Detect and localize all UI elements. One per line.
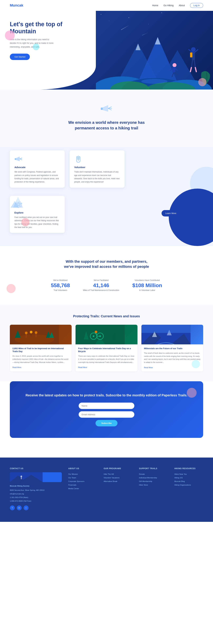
- svg-point-70: [20, 476, 22, 477]
- footer-social: f in t: [10, 506, 62, 510]
- footer-org-name: Muncak Hiking Society: [10, 484, 62, 488]
- footer-link-gift[interactable]: Gift Membership: [139, 480, 168, 483]
- decorative-blob-teal-news: [192, 360, 200, 368]
- news-content-1: Four Ways to Celebrate International Tra…: [75, 344, 137, 371]
- read-more-link-1[interactable]: Read More: [78, 366, 87, 368]
- news-grid: 2,802 Miles of Trail to be Improved on I…: [10, 325, 203, 372]
- footer-link-volunteer-vacations[interactable]: Volunteer Vacations: [104, 476, 132, 480]
- hero-illustration: [96, 11, 213, 90]
- svg-rect-30: [15, 158, 16, 160]
- get-started-button[interactable]: Get Started: [10, 54, 30, 60]
- svg-line-24: [172, 73, 174, 76]
- subscribe-wrapper: Receive the latest updates on how to pro…: [0, 381, 213, 458]
- footer-link-alternative-break[interactable]: Alternative Break: [104, 480, 132, 483]
- facebook-icon[interactable]: f: [10, 506, 15, 510]
- footer-email: info@muncak.org: [10, 492, 62, 496]
- footer-link-hike-hill[interactable]: Hike The Hill: [104, 472, 132, 476]
- news-image-1: [75, 325, 137, 344]
- svg-marker-35: [16, 197, 20, 202]
- decorative-blob-pink-stats: [6, 284, 15, 293]
- svg-point-54: [93, 335, 94, 337]
- footer-link-donate[interactable]: Donate: [139, 472, 168, 476]
- stat-item-contributed: Volunteers Have Contributed $108 Million…: [132, 279, 162, 292]
- email-input[interactable]: [79, 411, 134, 418]
- logo: Muncak: [10, 3, 23, 8]
- footer-link-team[interactable]: Our Team: [68, 476, 97, 480]
- footer-link-hikes-near[interactable]: Hikes Near You: [174, 472, 203, 476]
- footer-support-heading: Support Trails: [139, 468, 168, 470]
- mountain-icon-large: [10, 196, 26, 210]
- advocate-description: We work with Congress, Federal agencies,…: [14, 170, 60, 184]
- news-section: Protecting Trails: Current News and Issu…: [0, 304, 213, 381]
- footer-link-store[interactable]: Hiker Store: [139, 483, 168, 487]
- footer-resources-heading: Hiking Resources: [174, 468, 203, 470]
- stat-item-facilitated: We've Facilitated 41,146 Miles of Trail …: [83, 279, 119, 292]
- twitter-icon[interactable]: t: [23, 506, 28, 510]
- subscribe-button[interactable]: Subscribe: [96, 420, 118, 426]
- svg-rect-21: [172, 67, 175, 73]
- svg-line-16: [194, 60, 195, 68]
- news-headline-0: 2,802 Miles of Trail to be Improved on I…: [12, 347, 69, 353]
- svg-rect-26: [101, 108, 103, 110]
- nav-about[interactable]: About: [179, 4, 185, 7]
- stat-number-0: 558,768: [51, 282, 70, 288]
- stat-sublabel-1: Miles of Trail Maintenance & Constructio…: [83, 289, 119, 292]
- svg-point-10: [141, 79, 168, 84]
- stat-label-0: We've Mobilized: [51, 279, 70, 282]
- learn-more-button[interactable]: Learn More: [162, 210, 180, 216]
- footer-address: 8600 Second Ave, Silver Spring, MD 20910: [10, 488, 62, 492]
- name-input[interactable]: [79, 402, 134, 409]
- stats-section: With the support of our members, and par…: [0, 246, 213, 304]
- linkedin-icon[interactable]: in: [17, 506, 22, 510]
- news-headline-1: Four Ways to Celebrate International Tra…: [78, 347, 135, 353]
- svg-point-45: [35, 331, 37, 334]
- news-headline-2: Millennials are the Future of our Trails: [144, 347, 201, 350]
- footer-link-hiking-101[interactable]: Hiking 101: [174, 476, 203, 480]
- svg-line-19: [195, 68, 196, 72]
- svg-rect-46: [35, 334, 37, 337]
- footer-link-financials[interactable]: Financials: [68, 483, 97, 487]
- footer: Contact Us Muncak Hiking Society 8600 Se…: [0, 458, 213, 522]
- megaphone-icon-large: [10, 103, 203, 116]
- read-more-link-2[interactable]: Read More: [144, 366, 153, 368]
- decorative-blob-pink2: [198, 78, 207, 86]
- hiker-figure-standing: [187, 46, 200, 73]
- nav-home[interactable]: Home: [152, 4, 158, 7]
- navigation: Muncak Home Go Hiking About Log in: [0, 0, 213, 11]
- hiker-figure-sitting: [169, 63, 180, 80]
- news-title: Protecting Trails: Current News and Issu…: [10, 314, 203, 318]
- footer-link-blog[interactable]: Muncak Blog: [174, 480, 203, 483]
- hero-title: Let's get the top of Mountain: [10, 21, 86, 35]
- footer-programs: Our Programs Hike The Hill Volunteer Vac…: [104, 468, 132, 510]
- stats-title: With the support of our members, and par…: [64, 259, 149, 269]
- svg-line-22: [170, 68, 172, 71]
- advocate-title: Advocate: [14, 166, 60, 168]
- footer-link-organizations[interactable]: Hiking Organizations: [174, 483, 203, 487]
- footer-link-membership[interactable]: Individual Membership: [139, 476, 168, 480]
- footer-link-media[interactable]: Media Center: [68, 487, 97, 490]
- nav-go-hiking[interactable]: Go Hiking: [164, 4, 174, 7]
- decorative-blob-pink-cards: [21, 218, 29, 226]
- read-more-link-0[interactable]: Read More: [12, 366, 21, 368]
- mission-section: We envision a world where everyone has p…: [0, 90, 213, 147]
- subscribe-title: Receive the latest updates on how to pro…: [20, 393, 193, 398]
- stat-number-1: 41,146: [83, 282, 119, 288]
- decorative-blob-pink: [5, 30, 15, 40]
- svg-rect-66: [141, 325, 191, 333]
- svg-rect-44: [30, 334, 32, 337]
- footer-link-sponsors[interactable]: Corporate Sponsors: [68, 480, 97, 483]
- nav-links: Home Go Hiking About Log in: [152, 3, 203, 8]
- svg-marker-4: [155, 37, 161, 44]
- stat-sublabel-2: In Volunteer Labor: [132, 289, 162, 292]
- footer-about-heading: About Us: [68, 468, 97, 470]
- news-image-0: [10, 325, 72, 344]
- footer-link-mission[interactable]: Our Mission: [68, 472, 97, 476]
- advocate-card: Advocate We work with Congress, Federal …: [10, 150, 65, 188]
- megaphone-icon: [14, 155, 60, 164]
- cards-section: Advocate We work with Congress, Federal …: [0, 147, 213, 246]
- login-button[interactable]: Log in: [190, 3, 203, 8]
- volunteer-title: Volunteer: [74, 166, 120, 168]
- decorative-blob-pink-sub: [187, 388, 197, 398]
- news-body-1: There are many ways to celebrate the Int…: [78, 354, 135, 364]
- svg-point-57: [95, 330, 97, 333]
